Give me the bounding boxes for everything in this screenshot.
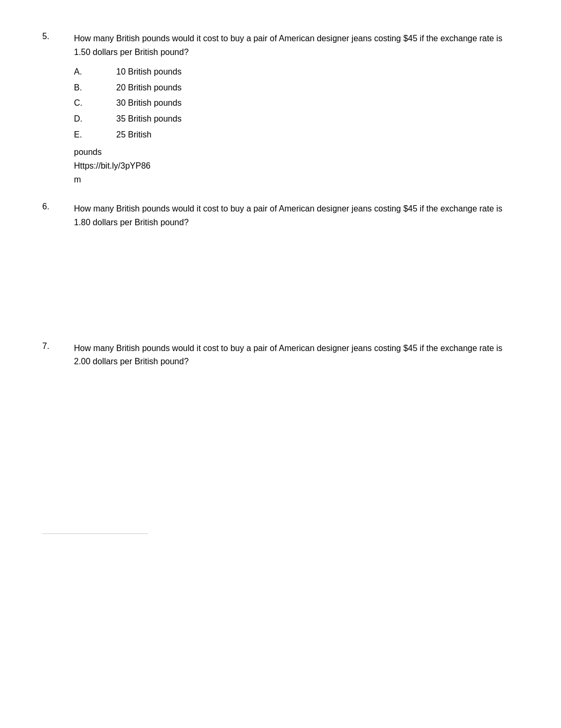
choice-5-b-text: 20 British pounds — [116, 81, 519, 95]
question-6-block: 6. How many British pounds would it cost… — [42, 202, 519, 235]
question-5-content: How many British pounds would it cost to… — [74, 32, 519, 186]
questions-container: 5. How many British pounds would it cost… — [42, 32, 519, 534]
bottom-line — [42, 533, 148, 534]
choice-5-d-label: D. — [74, 112, 116, 126]
choice-5-b: B. 20 British pounds — [74, 81, 519, 95]
question-5-choices: A. 10 British pounds B. 20 British pound… — [74, 65, 519, 141]
question-5-extra1: pounds — [74, 145, 519, 159]
question-5-extra2: Https://bit.ly/3pYP86 — [74, 161, 519, 171]
choice-5-c-label: C. — [74, 96, 116, 110]
choice-5-e: E. 25 British — [74, 128, 519, 142]
choice-5-d-text: 35 British pounds — [116, 112, 519, 126]
choice-5-d: D. 35 British pounds — [74, 112, 519, 126]
choice-5-a: A. 10 British pounds — [74, 65, 519, 79]
choice-5-b-label: B. — [74, 81, 116, 95]
choice-5-e-text: 25 British — [116, 128, 519, 142]
question-7-content: How many British pounds would it cost to… — [74, 342, 519, 375]
question-5-number: 5. — [42, 32, 74, 186]
choice-5-a-label: A. — [74, 65, 116, 79]
question-5-extra3: m — [74, 173, 519, 187]
choice-5-e-label: E. — [74, 128, 116, 142]
question-7-number: 7. — [42, 342, 74, 375]
question-6-text: How many British pounds would it cost to… — [74, 202, 519, 229]
choice-5-c: C. 30 British pounds — [74, 96, 519, 110]
choice-5-a-text: 10 British pounds — [116, 65, 519, 79]
question-5-text: How many British pounds would it cost to… — [74, 32, 519, 59]
question-6-content: How many British pounds would it cost to… — [74, 202, 519, 235]
question-5-block: 5. How many British pounds would it cost… — [42, 32, 519, 186]
question-6-number: 6. — [42, 202, 74, 235]
choice-5-c-text: 30 British pounds — [116, 96, 519, 110]
question-7-text: How many British pounds would it cost to… — [74, 342, 519, 368]
question-7-block: 7. How many British pounds would it cost… — [42, 342, 519, 375]
